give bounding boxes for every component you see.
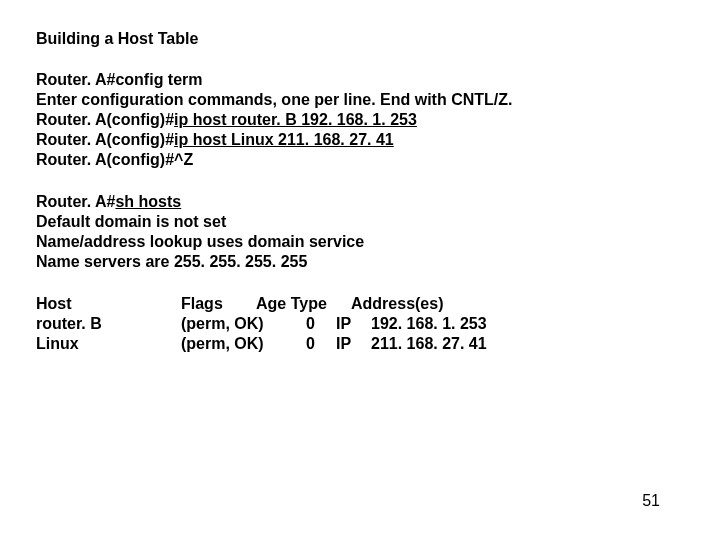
command-text: sh hosts <box>115 193 181 210</box>
config-line-2: Router. A(config)#ip host router. B 192.… <box>36 110 684 130</box>
col-header-host: Host <box>36 294 181 314</box>
prompt-text: Router. A# <box>36 71 115 88</box>
slide-title: Building a Host Table <box>36 30 684 48</box>
show-line-prompt: Router. A#sh hosts <box>36 192 684 212</box>
cell-type: IP <box>336 314 371 334</box>
config-instruction: Enter configuration commands, one per li… <box>36 90 684 110</box>
cell-age: 0 <box>306 314 336 334</box>
config-block: Router. A#config term Enter configuratio… <box>36 70 684 170</box>
prompt-text: Router. A(config)# <box>36 131 174 148</box>
command-text: ip host Linux 211. 168. 27. 41 <box>174 131 394 148</box>
prompt-text: Router. A# <box>36 193 115 210</box>
col-header-flags: Flags <box>181 294 256 314</box>
host-table: Host Flags Age Type Address(es) router. … <box>36 294 684 354</box>
page-number: 51 <box>642 492 660 510</box>
cell-host: router. B <box>36 314 181 334</box>
table-header: Host Flags Age Type Address(es) <box>36 294 684 314</box>
show-block: Router. A#sh hosts Default domain is not… <box>36 192 684 272</box>
prompt-text: Router. A(config)# <box>36 111 174 128</box>
slide: Building a Host Table Router. A#config t… <box>0 0 720 540</box>
command-text: config term <box>115 71 202 88</box>
cell-address: 192. 168. 1. 253 <box>371 314 487 334</box>
config-line-1: Router. A#config term <box>36 70 684 90</box>
cell-flags: (perm, OK) <box>181 334 306 354</box>
cell-address: 211. 168. 27. 41 <box>371 334 487 354</box>
col-header-agetype: Age Type <box>256 294 351 314</box>
show-line-2: Name/address lookup uses domain service <box>36 232 684 252</box>
cell-age: 0 <box>306 334 336 354</box>
cell-host: Linux <box>36 334 181 354</box>
command-text: ip host router. B 192. 168. 1. 253 <box>174 111 417 128</box>
show-line-3: Name servers are 255. 255. 255. 255 <box>36 252 684 272</box>
config-line-3: Router. A(config)#ip host Linux 211. 168… <box>36 130 684 150</box>
table-row: Linux (perm, OK) 0 IP 211. 168. 27. 41 <box>36 334 684 354</box>
config-line-4: Router. A(config)#^Z <box>36 150 684 170</box>
col-header-address: Address(es) <box>351 294 443 314</box>
cell-type: IP <box>336 334 371 354</box>
cell-flags: (perm, OK) <box>181 314 306 334</box>
show-line-1: Default domain is not set <box>36 212 684 232</box>
table-row: router. B (perm, OK) 0 IP 192. 168. 1. 2… <box>36 314 684 334</box>
